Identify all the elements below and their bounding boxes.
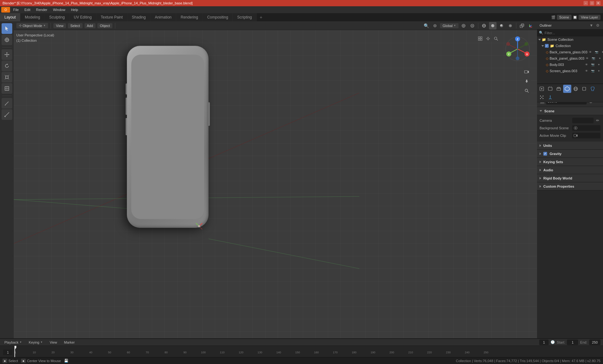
scene-properties-tab[interactable] bbox=[563, 85, 571, 93]
viewport-grab-button[interactable] bbox=[523, 77, 531, 85]
add-menu-button[interactable]: Add bbox=[84, 23, 96, 28]
measure-tool-button[interactable] bbox=[2, 109, 12, 120]
marker-menu-button[interactable]: Marker bbox=[62, 340, 77, 345]
obj-camera-icon-3[interactable]: 📷 bbox=[590, 62, 595, 67]
scene-selector[interactable]: Scene bbox=[557, 15, 572, 20]
viewport-grid-icon[interactable] bbox=[477, 35, 484, 42]
obj-camera-icon[interactable]: 📷 bbox=[594, 49, 599, 55]
rigid-body-world-header[interactable]: Rigid Body World bbox=[537, 174, 603, 182]
tab-uv-editing[interactable]: UV Editing bbox=[69, 13, 96, 21]
select-tool-button[interactable] bbox=[2, 23, 12, 34]
obj-render-icon-4[interactable]: ✦ bbox=[596, 68, 602, 74]
nav-gizmo[interactable]: Z X Y bbox=[504, 35, 531, 63]
solid-shading-button[interactable] bbox=[489, 22, 497, 29]
outliner-search[interactable]: 🔍 bbox=[537, 29, 603, 36]
outliner-item-back-camera-glass[interactable]: ◇ Back_camera_glass.003 👁 📷 ✦ bbox=[537, 49, 603, 55]
timeline-track[interactable]: 1 10 20 30 40 50 60 70 80 90 100 110 120… bbox=[0, 346, 603, 358]
obj-view-icon-3[interactable]: 👁 bbox=[584, 62, 589, 67]
obj-render-icon-2[interactable]: ✦ bbox=[597, 56, 603, 61]
view-menu-button[interactable]: View bbox=[48, 340, 59, 345]
object-properties-tab[interactable] bbox=[580, 85, 588, 93]
audio-section-header[interactable]: Audio bbox=[537, 166, 603, 174]
timeline-frames[interactable]: 1 10 20 30 40 50 60 70 80 90 100 110 120… bbox=[14, 346, 537, 358]
snap-button[interactable] bbox=[460, 22, 467, 29]
outliner-item-scene-collection[interactable]: 📁 Scene Collection bbox=[537, 36, 603, 43]
custom-properties-header[interactable]: Custom Properties bbox=[537, 182, 603, 190]
tab-layout[interactable]: Layout bbox=[0, 13, 20, 21]
transform-tool-button[interactable] bbox=[2, 83, 12, 94]
select-menu-button[interactable]: Select bbox=[68, 23, 83, 28]
scale-tool-button[interactable] bbox=[2, 72, 12, 83]
tab-animation[interactable]: Animation bbox=[150, 13, 176, 21]
movie-clip-value[interactable] bbox=[572, 133, 600, 138]
wireframe-shading-button[interactable] bbox=[480, 22, 488, 29]
annotate-tool-button[interactable] bbox=[2, 98, 12, 109]
particles-properties-tab[interactable] bbox=[538, 93, 546, 101]
obj-camera-icon-4[interactable]: 📷 bbox=[590, 68, 595, 74]
obj-view-icon-2[interactable]: 👁 bbox=[584, 56, 590, 61]
cursor-tool-button[interactable] bbox=[2, 35, 12, 45]
viewport-3d[interactable]: User Perspective (Local) (1) Collection bbox=[14, 30, 537, 338]
close-button[interactable]: ✕ bbox=[596, 1, 600, 5]
camera-value[interactable] bbox=[572, 118, 594, 123]
viewport-search-icon[interactable] bbox=[492, 35, 499, 42]
viewport-light-icon[interactable] bbox=[485, 35, 492, 42]
current-frame-input[interactable]: 1 bbox=[539, 340, 549, 345]
end-frame-input[interactable]: 250 bbox=[589, 340, 600, 345]
menu-render[interactable]: Render bbox=[34, 7, 50, 12]
tab-compositing[interactable]: Compositing bbox=[203, 13, 233, 21]
viewport-search-button[interactable]: 🔍 bbox=[422, 22, 430, 29]
rotate-tool-button[interactable] bbox=[2, 61, 12, 71]
transform-orientation-selector[interactable]: Global ▼ bbox=[440, 23, 459, 28]
viewport-camera-button[interactable] bbox=[523, 68, 531, 76]
menu-file[interactable]: File bbox=[11, 7, 21, 12]
tab-scripting[interactable]: Scripting bbox=[233, 13, 257, 21]
outliner-item-body[interactable]: ◇ Body.003 👁 📷 ✦ bbox=[537, 62, 603, 68]
keying-menu-button[interactable]: Keying ▼ bbox=[27, 340, 45, 345]
gravity-section-header[interactable]: ✓ Gravity bbox=[537, 150, 603, 158]
view-menu-button[interactable]: View bbox=[53, 23, 66, 28]
minimize-button[interactable]: − bbox=[584, 1, 588, 5]
modifier-properties-tab[interactable] bbox=[589, 85, 597, 93]
render-properties-tab[interactable] bbox=[538, 85, 546, 93]
view-layer-tab[interactable] bbox=[555, 85, 563, 93]
outliner-filter-icon[interactable]: ▼ bbox=[589, 23, 594, 28]
move-tool-button[interactable] bbox=[2, 49, 12, 60]
obj-camera-icon-2[interactable]: 📷 bbox=[591, 56, 596, 61]
keying-sets-header[interactable]: Keying Sets bbox=[537, 158, 603, 166]
mode-selector[interactable]: ⊹ Object Mode ▼ bbox=[16, 23, 48, 28]
outliner-settings-icon[interactable]: ⚙ bbox=[595, 23, 600, 28]
physics-properties-tab[interactable] bbox=[546, 93, 554, 101]
view-layer-selector[interactable]: View Layer bbox=[579, 15, 600, 20]
gizmo-toggle[interactable] bbox=[527, 22, 535, 29]
tab-modeling[interactable]: Modeling bbox=[20, 13, 45, 21]
add-workspace-button[interactable]: + bbox=[257, 13, 265, 21]
tab-sculpting[interactable]: Sculpting bbox=[45, 13, 69, 21]
start-frame-input[interactable]: 1 bbox=[567, 340, 578, 345]
material-preview-button[interactable] bbox=[498, 22, 505, 29]
rendered-shading-button[interactable] bbox=[507, 22, 514, 29]
maximize-button[interactable]: □ bbox=[590, 1, 594, 5]
bg-scene-value[interactable] bbox=[572, 125, 600, 131]
menu-window[interactable]: Window bbox=[51, 7, 68, 12]
overlay-toggle[interactable] bbox=[518, 22, 526, 29]
obj-render-icon-3[interactable]: ✦ bbox=[596, 62, 602, 67]
output-properties-tab[interactable] bbox=[546, 85, 554, 93]
obj-render-icon[interactable]: ✦ bbox=[600, 49, 603, 55]
tab-texture-paint[interactable]: Texture Paint bbox=[96, 13, 128, 21]
outliner-search-input[interactable] bbox=[545, 31, 601, 35]
menu-edit[interactable]: Edit bbox=[22, 7, 33, 12]
outliner-item-back-panel-glass[interactable]: ◇ Back_panel_glass.003 👁 📷 ✦ bbox=[537, 55, 603, 62]
menu-help[interactable]: Help bbox=[68, 7, 81, 12]
tab-shading[interactable]: Shading bbox=[128, 13, 150, 21]
outliner-item-collection[interactable]: ✓ 📁 Collection bbox=[537, 43, 603, 49]
viewport-pivot-button[interactable] bbox=[431, 22, 439, 29]
obj-view-icon-4[interactable]: 👁 bbox=[584, 68, 589, 74]
object-menu-button[interactable]: Object bbox=[97, 23, 112, 28]
playback-menu-button[interactable]: Playback ▼ bbox=[3, 340, 24, 345]
obj-view-icon[interactable]: 👁 bbox=[587, 49, 593, 55]
tab-rendering[interactable]: Rendering bbox=[176, 13, 203, 21]
outliner-item-screen-glass[interactable]: ◇ Screen_glass.003 👁 📷 ✦ bbox=[537, 68, 603, 74]
world-properties-tab[interactable] bbox=[572, 85, 580, 93]
scene-section-header[interactable]: Scene bbox=[537, 107, 603, 115]
